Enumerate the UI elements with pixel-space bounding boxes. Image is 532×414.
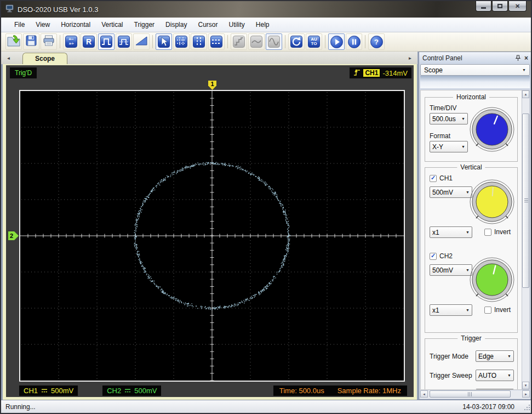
reference-icon: R xyxy=(83,36,95,48)
control-panel-body: Horizontal Time/DIV 500.0us▼ Format X-Y▼… xyxy=(420,90,522,390)
step-interpolation-button[interactable] xyxy=(231,33,247,50)
menu-help[interactable]: Help xyxy=(250,19,275,31)
window-title: DSO-2020 USB Ver 1.0.3 xyxy=(18,5,98,14)
scope-panel: Trig'D CH1 -314mV 1 2 CH1 500mV xyxy=(6,65,414,397)
datetime-text: 14-03-2017 09:00 xyxy=(462,403,527,411)
ch1-label: CH1 xyxy=(439,174,453,182)
scroll-up-icon[interactable]: ▲ xyxy=(522,90,529,98)
ch1-position-marker[interactable]: 1 xyxy=(208,81,216,90)
tab-scroll-right-icon[interactable]: ► xyxy=(406,54,414,63)
auto-setup-button[interactable]: AUTO xyxy=(306,33,322,50)
close-button[interactable]: ✕ xyxy=(508,1,527,12)
print-button[interactable] xyxy=(41,33,57,50)
tab-scope[interactable]: Scope xyxy=(22,53,67,64)
refresh-button[interactable] xyxy=(288,33,305,50)
control-panel-title: Control Panel xyxy=(422,54,462,62)
toolbar-separator xyxy=(227,35,228,48)
trigger-section: Trigger Trigger Mode Edge▼ Trigger Sweep… xyxy=(425,338,518,390)
print-icon xyxy=(43,35,55,49)
app-icon xyxy=(5,4,14,15)
pause-icon xyxy=(348,36,361,48)
pulse-width-button[interactable] xyxy=(98,33,115,50)
control-panel: Control Panel × Scope ▼ Horizontal Time/… xyxy=(419,52,531,400)
toolbar-separator xyxy=(285,35,285,48)
horizontal-section: Horizontal Time/DIV 500.0us▼ Format X-Y▼ xyxy=(425,97,518,162)
trigger-sweep-dropdown[interactable]: AUTO▼ xyxy=(476,370,514,381)
maximize-button[interactable] xyxy=(492,1,508,12)
chevron-down-icon: ▼ xyxy=(466,308,470,312)
title-bar[interactable]: DSO-2020 USB Ver 1.0.3 ✕ xyxy=(1,1,531,18)
app-window: DSO-2020 USB Ver 1.0.3 ✕ File View Horiz… xyxy=(0,0,532,414)
toolbar: +−×÷ R xyxy=(1,32,531,52)
menu-cursor[interactable]: Cursor xyxy=(192,19,223,31)
scope-readout-bar: CH1 500mV CH2 500mV Time: 500.0us Sample… xyxy=(19,385,407,396)
pointer-button[interactable] xyxy=(156,33,172,50)
ch1-volts-dropdown[interactable]: 500mV▼ xyxy=(430,186,472,198)
grid-icon xyxy=(175,36,187,48)
tab-scroll-left-icon[interactable]: ◄ xyxy=(4,54,13,63)
open-button[interactable] xyxy=(5,33,22,50)
grid-button[interactable] xyxy=(173,33,190,50)
horizontal-section-title: Horizontal xyxy=(453,93,489,101)
resize-grip[interactable] xyxy=(523,404,530,412)
sample-rate-value: Sample Rate: 1MHz xyxy=(337,387,401,395)
chevron-down-icon: ▼ xyxy=(461,117,465,121)
start-button[interactable] xyxy=(328,33,345,50)
ch1-vertical-knob[interactable] xyxy=(469,179,515,227)
pin-icon[interactable] xyxy=(515,55,521,61)
pause-button[interactable] xyxy=(346,33,362,50)
sine-interpolation-button[interactable] xyxy=(266,33,282,50)
ch1-invert-checkbox[interactable] xyxy=(484,229,491,236)
menu-display[interactable]: Display xyxy=(160,19,192,31)
horizontal-cursors-button[interactable] xyxy=(208,33,225,50)
save-icon xyxy=(25,35,37,49)
menu-vertical[interactable]: Vertical xyxy=(96,19,128,31)
ramp-button[interactable] xyxy=(133,33,150,50)
menu-trigger[interactable]: Trigger xyxy=(129,19,161,31)
scroll-down-icon[interactable]: ▼ xyxy=(522,382,529,389)
menu-horizontal[interactable]: Horizontal xyxy=(55,19,96,31)
menu-utility[interactable]: Utility xyxy=(223,19,250,31)
pulse-levels-button[interactable] xyxy=(116,33,132,50)
close-icon: ✕ xyxy=(515,3,520,10)
trigger-mode-dropdown[interactable]: Edge▼ xyxy=(476,350,514,362)
vertical-scrollbar[interactable]: ▲ ▼ xyxy=(522,90,530,390)
ch2-vertical-knob[interactable] xyxy=(469,257,515,305)
toolbar-separator xyxy=(325,35,325,48)
ch2-probe-dropdown[interactable]: x1▼ xyxy=(430,304,472,316)
linear-interpolation-button[interactable] xyxy=(248,33,265,50)
ch1-enable-checkbox[interactable] xyxy=(430,175,437,182)
ch2-volts-dropdown[interactable]: 500mV▼ xyxy=(430,264,472,276)
toolbar-separator xyxy=(365,35,365,48)
horizontal-knob[interactable] xyxy=(469,106,515,155)
trigger-mode-label: Trigger Mode xyxy=(430,353,476,360)
horizontal-scrollbar-thumb[interactable] xyxy=(430,390,511,398)
horizontal-scrollbar[interactable]: ◄ ► xyxy=(420,390,530,399)
math-button[interactable]: +−×÷ xyxy=(63,33,79,50)
scroll-right-icon[interactable]: ► xyxy=(522,390,530,398)
help-button[interactable]: ? xyxy=(368,33,385,50)
minimize-button[interactable] xyxy=(476,1,491,12)
menu-file[interactable]: File xyxy=(9,19,30,31)
status-text: Running... xyxy=(5,403,36,411)
chevron-down-icon: ▼ xyxy=(466,230,470,234)
menu-view[interactable]: View xyxy=(30,19,55,31)
panel-selector-dropdown[interactable]: Scope ▼ xyxy=(420,64,530,76)
format-dropdown[interactable]: X-Y▼ xyxy=(430,141,468,152)
ch2-position-marker[interactable]: 2 xyxy=(8,231,19,240)
time-div-dropdown[interactable]: 500.0us▼ xyxy=(430,113,468,124)
reference-button[interactable]: R xyxy=(81,33,97,50)
vertical-cursors-button[interactable] xyxy=(191,33,207,50)
save-button[interactable] xyxy=(23,33,39,50)
tab-strip: ◄ Scope ► xyxy=(1,52,417,64)
vertical-scrollbar-thumb[interactable] xyxy=(522,114,529,288)
ch1-probe-dropdown[interactable]: x1▼ xyxy=(430,226,472,238)
trigger-section-title: Trigger xyxy=(457,334,485,342)
toolbar-separator xyxy=(152,35,153,48)
ch2-invert-checkbox[interactable] xyxy=(484,307,491,314)
trigger-source-dropdown[interactable]: CH1▼ xyxy=(476,389,514,390)
close-panel-icon[interactable]: × xyxy=(524,54,528,62)
trigger-readout: CH1 -314mV xyxy=(350,67,411,78)
ch2-enable-checkbox[interactable] xyxy=(430,253,437,260)
scroll-left-icon[interactable]: ◄ xyxy=(420,390,428,398)
